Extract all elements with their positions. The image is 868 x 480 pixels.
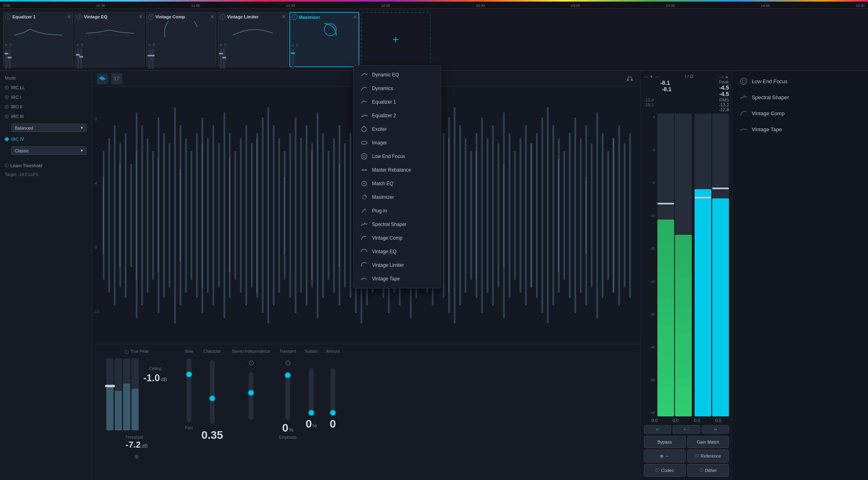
dropdown-label-imager: Imager bbox=[372, 140, 387, 146]
dropdown-item-spectral-shaper[interactable]: Spectral Shaper bbox=[354, 218, 441, 231]
spectrum-view-btn[interactable]: 17 bbox=[111, 73, 122, 84]
bottom-val-2: 0.0 bbox=[694, 418, 700, 423]
dropdown-item-vintage-eq[interactable]: Vintage EQ bbox=[354, 245, 441, 258]
learn-threshold-btn[interactable]: ⓘ Learn Threshold bbox=[5, 163, 87, 168]
dropdown-item-maximizer[interactable]: Maximizer bbox=[354, 190, 441, 204]
info-btn-vlim[interactable]: i bbox=[220, 14, 225, 20]
settings-icon-max[interactable]: ≡ bbox=[292, 43, 294, 48]
plugin-title-vlim: Vintage Limiter bbox=[227, 14, 259, 19]
dropdown-item-vintage-tape[interactable]: Vintage Tape bbox=[354, 272, 441, 286]
dropdown-item-plugin[interactable]: Plug-in bbox=[354, 204, 441, 218]
gain-match-button[interactable]: Gain Match bbox=[687, 436, 729, 448]
codec-button[interactable]: ⓘ Codec bbox=[644, 464, 686, 477]
timeline-marker-4: 12:00 bbox=[381, 4, 390, 8]
info-btn-max[interactable]: i bbox=[292, 14, 297, 20]
svg-rect-51 bbox=[300, 138, 302, 293]
link-icon[interactable]: ⊕ bbox=[134, 453, 139, 460]
info-btn-eq1[interactable]: i bbox=[5, 14, 11, 20]
transient-slider[interactable] bbox=[285, 372, 290, 420]
link-right-icon: ↪ bbox=[714, 427, 717, 432]
waveform-view-btn[interactable] bbox=[97, 73, 108, 84]
dropdown-item-vintage-limiter[interactable]: Vintage Limiter bbox=[354, 258, 441, 272]
assistant-item-vintage-tape[interactable]: Vintage Tape bbox=[736, 122, 865, 136]
character-slider[interactable] bbox=[210, 360, 215, 424]
bypass-button[interactable]: Bypass bbox=[644, 436, 686, 448]
assistant-item-low-end-focus[interactable]: Low End Focus bbox=[736, 74, 865, 88]
classic-select[interactable]: Classic ▾ bbox=[11, 146, 87, 155]
assistant-item-spectral-shaper[interactable]: Spectral Shaper bbox=[736, 90, 865, 104]
plugin-header-vlim: i Vintage Limiter ✕ bbox=[220, 14, 286, 20]
dropdown-item-low-end-focus[interactable]: Low End Focus bbox=[354, 150, 441, 163]
add-module-slot[interactable]: + bbox=[361, 12, 431, 67]
plugin-slot-vlim[interactable]: i Vintage Limiter ✕ ≡ ⠿ bbox=[218, 12, 288, 67]
plugin-slot-vcomp[interactable]: i Vintage Comp ✕ ≡ ⠿ bbox=[146, 12, 216, 67]
dropdown-item-eq2[interactable]: Equalizer 2 bbox=[354, 109, 441, 122]
dropdown-item-vintage-comp[interactable]: Vintage Comp bbox=[354, 231, 441, 245]
meter-channel-left-in bbox=[657, 114, 692, 416]
plugin-icons-eq1: ≡ ⠿ bbox=[5, 43, 71, 47]
svg-rect-79 bbox=[454, 107, 456, 323]
stereo-slider[interactable] bbox=[249, 372, 253, 420]
settings-icon-veq[interactable]: ≡ bbox=[77, 43, 79, 47]
amount-slider[interactable] bbox=[330, 368, 335, 416]
ceiling-value: -1.0 bbox=[143, 372, 160, 384]
settings-icon-eq1[interactable]: ≡ bbox=[5, 43, 8, 47]
info-btn-vcomp[interactable]: i bbox=[148, 14, 154, 20]
radio-irc-ll[interactable]: IRC LL bbox=[5, 85, 87, 90]
close-btn-max[interactable]: ✕ bbox=[353, 14, 357, 20]
headphone-btn[interactable] bbox=[624, 73, 635, 84]
eq2-icon bbox=[360, 112, 368, 120]
svg-rect-57 bbox=[333, 138, 335, 293]
radio-irc-i[interactable]: IRC I bbox=[5, 95, 87, 100]
svg-rect-102 bbox=[580, 138, 581, 293]
meter-link-right-btn[interactable]: ↪ bbox=[702, 425, 729, 434]
dither-button[interactable]: ⓘ Dither bbox=[687, 464, 729, 477]
stereo-view-btn[interactable]: ⊗ ↔ bbox=[644, 450, 686, 462]
speed-slider[interactable] bbox=[187, 358, 191, 422]
match-eq-icon bbox=[360, 180, 368, 188]
meter-plus-minus-btn[interactable]: + − bbox=[673, 425, 700, 434]
radio-irc-ii[interactable]: IRC II bbox=[5, 104, 87, 109]
drag-icon-vlim: ⠿ bbox=[224, 43, 227, 47]
svg-rect-77 bbox=[443, 133, 444, 298]
radio-irc-iv[interactable]: IRC IV bbox=[5, 137, 87, 142]
dropdown-item-dynamic-eq[interactable]: Dynamic EQ bbox=[354, 68, 441, 82]
settings-icon-vcomp[interactable]: ≡ bbox=[148, 43, 151, 47]
svg-rect-41 bbox=[245, 125, 247, 305]
close-btn-veq[interactable]: ✕ bbox=[139, 14, 143, 20]
svg-rect-94 bbox=[536, 133, 538, 298]
plugin-slot-eq1[interactable]: i Equalizer 1 ✕ ≡ ⠿ bbox=[3, 12, 73, 67]
stereo-link-icon[interactable]: ⊙ bbox=[248, 358, 254, 367]
scale-inf: -Inf bbox=[644, 411, 655, 415]
plugin-slot-max[interactable]: i Maximizer ✕ ≡ ⠿ bbox=[289, 12, 359, 67]
true-peak-info-icon[interactable]: ⓘ bbox=[125, 350, 129, 355]
sustain-slider[interactable] bbox=[309, 368, 314, 416]
close-btn-eq1[interactable]: ✕ bbox=[67, 14, 71, 20]
dropdown-item-exciter[interactable]: Exciter bbox=[354, 122, 441, 136]
close-btn-vcomp[interactable]: ✕ bbox=[210, 14, 214, 20]
assistant-item-vintage-comp[interactable]: Vintage Comp bbox=[736, 106, 865, 120]
close-btn-vlim[interactable]: ✕ bbox=[282, 14, 286, 20]
dynamics-icon bbox=[360, 84, 368, 92]
dropdown-item-imager[interactable]: Imager bbox=[354, 136, 441, 150]
assistant-label-vintage-tape: Vintage Tape bbox=[752, 126, 782, 132]
transient-unit: % bbox=[289, 427, 294, 433]
plugin-slot-veq[interactable]: i Vintage EQ ✕ ≡ ⠿ bbox=[75, 12, 145, 67]
balanced-select[interactable]: Balanced ▾ bbox=[11, 124, 87, 132]
dropdown-item-dynamics[interactable]: Dynamics bbox=[354, 82, 441, 95]
dropdown-item-master-rebalance[interactable]: Master Rebalance bbox=[354, 163, 441, 177]
svg-rect-101 bbox=[574, 118, 576, 313]
dropdown-item-match-eq[interactable]: Match EQ bbox=[354, 177, 441, 190]
meter-link-left-btn[interactable]: ↩ bbox=[644, 425, 671, 434]
transient-link-icon[interactable]: ⊙ bbox=[285, 358, 291, 367]
radio-irc-iii[interactable]: IRC III bbox=[5, 114, 87, 119]
dropdown-label-vintage-limiter: Vintage Limiter bbox=[372, 262, 404, 268]
svg-rect-30 bbox=[185, 138, 187, 293]
dropdown-item-eq1[interactable]: Equalizer 1 bbox=[354, 95, 441, 109]
reference-button[interactable]: ⓘ Reference bbox=[687, 450, 729, 462]
settings-icon-vlim[interactable]: ≡ bbox=[220, 43, 222, 47]
action-buttons: Bypass Gain Match ⊗ ↔ ⓘ Reference ⓘ Code… bbox=[644, 436, 729, 477]
info-btn-veq[interactable]: i bbox=[77, 14, 82, 20]
svg-rect-35 bbox=[213, 125, 214, 305]
stereo-icon: ⊗ bbox=[660, 454, 663, 459]
